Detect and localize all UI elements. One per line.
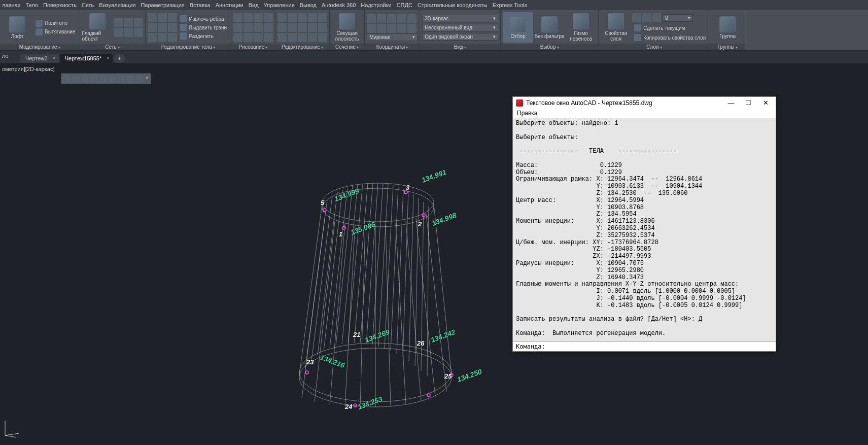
minimize-button[interactable]: — — [724, 99, 738, 107]
tb-tool-icon[interactable] — [99, 75, 107, 83]
menu-output[interactable]: Вывод — [300, 2, 317, 8]
no-filter-button[interactable]: Без фильтра — [534, 12, 565, 43]
menu-visualization[interactable]: Визуализация — [99, 2, 135, 8]
edit-tool-icon[interactable] — [168, 13, 177, 22]
menu-parametric[interactable]: Параметризация — [141, 2, 184, 8]
ucs-tool-icon[interactable] — [397, 14, 406, 23]
edit-tool-icon[interactable] — [148, 23, 157, 32]
command-line[interactable]: Команда: — [513, 341, 776, 351]
panel-coords-label[interactable]: Координаты — [365, 44, 420, 50]
tb-tool-icon[interactable] — [108, 75, 116, 83]
tb-tool-icon[interactable] — [72, 75, 80, 83]
mesh-tool-icon[interactable] — [134, 28, 143, 37]
menu-body[interactable]: Тело — [26, 2, 39, 8]
viewport-dropdown[interactable]: Один видовой экран — [422, 33, 498, 41]
menu-main[interactable]: лавная — [2, 2, 21, 8]
edit-tool-icon[interactable] — [158, 23, 167, 32]
panel-mesh-label[interactable]: Сеть — [80, 44, 145, 50]
group-button[interactable]: Группа — [712, 12, 743, 43]
layer-tool-icon[interactable] — [632, 13, 641, 22]
menu-a360[interactable]: Autodesk 360 — [322, 2, 356, 8]
mesh-tool-icon[interactable] — [134, 18, 143, 27]
edit-tool-icon[interactable] — [168, 23, 177, 32]
gizmo-button[interactable]: Гизмо переноса — [566, 12, 596, 43]
extract-edges-button[interactable]: Извлечь ребра — [178, 15, 229, 23]
menu-surface[interactable]: Поверхность — [43, 2, 77, 8]
extrude-button[interactable]: Вытягивание — [33, 28, 78, 36]
mesh-tool-icon[interactable] — [124, 18, 133, 27]
floating-toolbar[interactable]: × — [61, 73, 151, 84]
edit-tool-icon[interactable] — [288, 33, 297, 42]
mesh-tool-icon[interactable] — [124, 28, 133, 37]
ucs-tool-icon[interactable] — [367, 24, 376, 33]
filter-select-button[interactable]: Отбор — [503, 12, 533, 43]
slice-button[interactable]: Разделить — [178, 32, 229, 40]
menu-spds[interactable]: СПДС — [397, 2, 412, 8]
viewport-label[interactable]: ометрия][2D-каркас] — [2, 66, 55, 72]
rect-icon[interactable] — [233, 23, 242, 32]
tb-tool-icon[interactable] — [62, 75, 71, 83]
edit-tool-icon[interactable] — [277, 33, 287, 42]
layer-props-button[interactable]: Свойства слоя — [601, 12, 631, 43]
menu-mesh[interactable]: Сеть — [82, 2, 94, 8]
menu-coords[interactable]: Строительные координаты — [418, 2, 488, 8]
copy-icon[interactable] — [288, 13, 297, 22]
section-plane-button[interactable]: Секущая плоскость — [332, 12, 362, 43]
menu-view[interactable]: Вид — [249, 2, 259, 8]
layer-tool-icon[interactable] — [642, 13, 651, 22]
new-drawing-button[interactable]: + — [114, 54, 125, 63]
edit-tool-icon[interactable] — [158, 33, 167, 42]
polysolid-button[interactable]: Политело — [33, 19, 78, 27]
panel-section-label[interactable]: Сечение — [330, 44, 364, 50]
menu-express[interactable]: Express Tools — [493, 2, 527, 8]
panel-drawing-label[interactable]: Рисование — [231, 44, 275, 50]
ucs-tool-icon[interactable] — [397, 24, 406, 33]
menu-manage[interactable]: Управление — [264, 2, 295, 8]
text-window-output[interactable]: Выберите объекты: найдено: 1 Выберите об… — [513, 118, 776, 341]
edit-tool-icon[interactable] — [318, 23, 327, 32]
polyline-icon[interactable] — [244, 13, 253, 22]
move-icon[interactable] — [277, 13, 287, 22]
menu-annotations[interactable]: Аннотации — [216, 2, 244, 8]
draw-tool-icon[interactable] — [244, 33, 253, 42]
circle-icon[interactable] — [254, 13, 263, 22]
text-window-titlebar[interactable]: Текстовое окно AutoCAD - Чертеж15855.dwg… — [513, 97, 776, 109]
extend-icon[interactable] — [288, 23, 297, 32]
text-window[interactable]: Текстовое окно AutoCAD - Чертеж15855.dwg… — [512, 96, 776, 352]
wcs-dropdown[interactable]: Мировая — [367, 33, 418, 41]
edit-tool-icon[interactable] — [168, 33, 177, 42]
line-icon[interactable] — [233, 13, 242, 22]
mesh-tool-icon[interactable] — [114, 28, 123, 37]
scale-icon[interactable] — [318, 13, 327, 22]
ucs-tool-icon[interactable] — [377, 14, 386, 23]
panel-editing-label[interactable]: Редактирование — [275, 44, 329, 50]
tab-drawing2[interactable]: Чертеж2× — [20, 54, 59, 63]
panel-groups-label[interactable]: Группы — [710, 44, 745, 50]
panel-solid-edit-label[interactable]: Редактирование тела — [146, 44, 231, 50]
draw-tool-icon[interactable] — [264, 23, 273, 32]
tb-tool-icon[interactable] — [81, 75, 89, 83]
view-preset-dropdown[interactable]: Несохраненный вид — [422, 24, 498, 31]
extrude-faces-button[interactable]: Выдавить грани — [178, 23, 229, 31]
draw-tool-icon[interactable] — [264, 33, 273, 42]
tb-tool-icon[interactable] — [117, 75, 125, 83]
panel-modeling-label[interactable]: Моделирование — [0, 44, 80, 50]
menu-insert[interactable]: Вставка — [190, 2, 211, 8]
ucs-tool-icon[interactable] — [377, 24, 386, 33]
ucs-tool-icon[interactable] — [387, 24, 396, 33]
smooth-object-button[interactable]: Гладкий объект — [82, 12, 113, 43]
tb-tool-icon[interactable] — [126, 75, 134, 83]
fillet-icon[interactable] — [298, 23, 307, 32]
tb-tool-icon[interactable] — [135, 75, 144, 83]
ucs-tool-icon[interactable] — [407, 24, 416, 33]
close-button[interactable]: ✕ — [758, 99, 773, 107]
edit-tool-icon[interactable] — [148, 33, 157, 42]
panel-layers-label[interactable]: Слои — [599, 44, 710, 50]
close-icon[interactable]: × — [53, 55, 56, 61]
draw-tool-icon[interactable] — [254, 23, 263, 32]
loft-button[interactable]: Лофт — [2, 12, 32, 43]
tab-drawing15855[interactable]: Чертеж15855*× — [60, 54, 113, 63]
text-window-menu-edit[interactable]: Правка — [513, 109, 776, 118]
mesh-tool-icon[interactable] — [114, 18, 123, 27]
layer-dropdown[interactable]: 0 — [663, 14, 693, 22]
